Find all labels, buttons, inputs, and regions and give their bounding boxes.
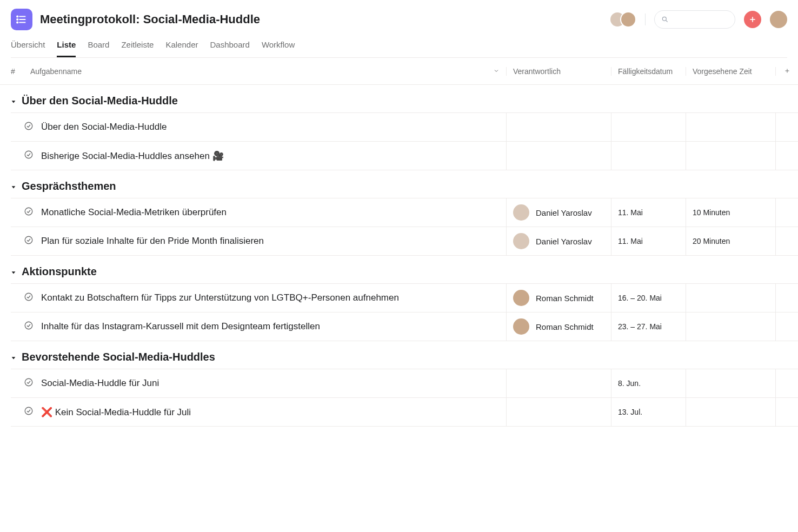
user-avatar[interactable] — [770, 11, 787, 28]
extra-cell — [775, 142, 798, 170]
tab-zeitleiste[interactable]: Zeitleiste — [121, 40, 154, 57]
task-cell[interactable]: Social-Media-Huddle für Juni — [11, 377, 506, 390]
complete-check-icon[interactable] — [24, 121, 34, 134]
svg-marker-12 — [12, 101, 16, 103]
due-date-cell[interactable]: 11. Mai — [611, 198, 686, 227]
time-cell[interactable] — [686, 284, 775, 312]
task-cell[interactable]: Plan für soziale Inhalte für den Pride M… — [11, 235, 506, 248]
assignee-name: Roman Schmidt — [536, 294, 594, 303]
extra-cell — [775, 369, 798, 397]
complete-check-icon[interactable] — [24, 377, 34, 390]
add-button[interactable] — [744, 11, 761, 28]
column-task-label: Aufgabenname — [30, 67, 82, 76]
complete-check-icon[interactable] — [24, 150, 34, 162]
tab-übersicht[interactable]: Übersicht — [11, 40, 45, 57]
avatar — [513, 318, 529, 335]
table-row[interactable]: Inhalte für das Instagram-Karussell mit … — [11, 312, 798, 341]
column-task-header[interactable]: Aufgabenname — [22, 67, 506, 76]
assignee-cell[interactable]: Daniel Yaroslav — [506, 227, 611, 255]
time-cell[interactable]: 20 Minuten — [686, 227, 775, 255]
assignee-cell[interactable]: Roman Schmidt — [506, 312, 611, 341]
time-cell[interactable] — [686, 113, 775, 141]
column-assignee-header[interactable]: Verantwortlich — [506, 67, 611, 76]
svg-point-6 — [662, 17, 666, 21]
svg-line-7 — [666, 21, 668, 22]
task-cell[interactable]: Bisherige Social-Media-Huddles ansehen 🎥 — [11, 150, 506, 162]
tab-board[interactable]: Board — [88, 40, 109, 57]
time-cell[interactable] — [686, 398, 775, 426]
time-cell[interactable] — [686, 142, 775, 170]
svg-point-14 — [25, 151, 32, 158]
complete-check-icon[interactable] — [24, 207, 34, 219]
extra-cell — [775, 113, 798, 141]
task-cell[interactable]: Kontakt zu Botschaftern für Tipps zur Un… — [11, 292, 506, 304]
task-name: Kontakt zu Botschaftern für Tipps zur Un… — [41, 292, 399, 303]
section-header[interactable]: Bevorstehende Social-Media-Huddles — [0, 341, 798, 369]
table-row[interactable]: ❌ Kein Social-Media-Huddle für Juli13. J… — [11, 398, 798, 427]
caret-down-icon — [11, 95, 16, 107]
section-title: Gesprächsthemen — [22, 180, 116, 192]
plus-icon — [748, 15, 757, 24]
table-row[interactable]: Bisherige Social-Media-Huddles ansehen 🎥 — [11, 142, 798, 170]
complete-check-icon[interactable] — [24, 292, 34, 304]
chevron-down-icon[interactable] — [493, 67, 500, 76]
section-header[interactable]: Aktionspunkte — [0, 256, 798, 283]
task-cell[interactable]: Monatliche Social-Media-Metriken überprü… — [11, 207, 506, 219]
svg-point-5 — [17, 22, 18, 23]
tab-liste[interactable]: Liste — [57, 40, 76, 57]
assignee-cell[interactable]: Daniel Yaroslav — [506, 198, 611, 227]
svg-point-19 — [25, 293, 32, 301]
complete-check-icon[interactable] — [24, 406, 34, 418]
task-cell[interactable]: ❌ Kein Social-Media-Huddle für Juli — [11, 406, 506, 418]
assignee-cell[interactable]: Roman Schmidt — [506, 284, 611, 312]
section-header[interactable]: Gesprächsthemen — [0, 170, 798, 198]
extra-cell — [775, 227, 798, 255]
assignee-cell[interactable] — [506, 369, 611, 397]
project-icon[interactable] — [11, 9, 32, 30]
due-date-cell[interactable]: 23. – 27. Mai — [611, 312, 686, 341]
due-date-cell[interactable]: 8. Jun. — [611, 369, 686, 397]
table-row[interactable]: Kontakt zu Botschaftern für Tipps zur Un… — [11, 284, 798, 312]
time-cell[interactable] — [686, 312, 775, 341]
due-date-cell[interactable] — [611, 142, 686, 170]
table-row[interactable]: Monatliche Social-Media-Metriken überprü… — [11, 198, 798, 227]
tab-dashboard[interactable]: Dashboard — [210, 40, 249, 57]
due-date-cell[interactable]: 11. Mai — [611, 227, 686, 255]
divider — [645, 14, 646, 25]
complete-check-icon[interactable] — [24, 321, 34, 333]
section-header[interactable]: Über den Social-Media-Huddle — [0, 85, 798, 112]
assignee-cell[interactable] — [506, 142, 611, 170]
caret-down-icon — [11, 351, 16, 363]
time-cell[interactable] — [686, 369, 775, 397]
avatar — [513, 233, 529, 249]
assignee-cell[interactable] — [506, 113, 611, 141]
due-date-cell[interactable]: 13. Jul. — [611, 398, 686, 426]
section-title: Über den Social-Media-Huddle — [22, 95, 178, 107]
task-name: Social-Media-Huddle für Juni — [41, 378, 159, 389]
column-due-header[interactable]: Fälligkeitsdatum — [611, 67, 686, 76]
time-cell[interactable]: 10 Minuten — [686, 198, 775, 227]
search-input[interactable] — [654, 10, 735, 29]
avatar[interactable] — [620, 11, 636, 28]
svg-point-3 — [17, 19, 18, 20]
section-title: Bevorstehende Social-Media-Huddles — [22, 351, 215, 363]
add-column-button[interactable] — [775, 67, 798, 76]
task-name: Monatliche Social-Media-Metriken überprü… — [41, 207, 227, 218]
tab-workflow[interactable]: Workflow — [262, 40, 295, 57]
svg-point-20 — [25, 322, 32, 329]
due-date-cell[interactable] — [611, 113, 686, 141]
assignee-cell[interactable] — [506, 398, 611, 426]
table-row[interactable]: Plan für soziale Inhalte für den Pride M… — [11, 227, 798, 256]
table-row[interactable]: Über den Social-Media-Huddle — [11, 113, 798, 142]
page-title[interactable]: Meetingprotokoll: Social-Media-Huddle — [40, 12, 260, 26]
table-row[interactable]: Social-Media-Huddle für Juni8. Jun. — [11, 369, 798, 398]
due-date-cell[interactable]: 16. – 20. Mai — [611, 284, 686, 312]
task-cell[interactable]: Über den Social-Media-Huddle — [11, 121, 506, 134]
member-avatars[interactable] — [615, 11, 636, 28]
task-name: Inhalte für das Instagram-Karussell mit … — [41, 321, 320, 332]
complete-check-icon[interactable] — [24, 235, 34, 248]
extra-cell — [775, 284, 798, 312]
column-time-header[interactable]: Vorgesehene Zeit — [686, 67, 775, 76]
task-cell[interactable]: Inhalte für das Instagram-Karussell mit … — [11, 321, 506, 333]
tab-kalender[interactable]: Kalender — [165, 40, 198, 57]
